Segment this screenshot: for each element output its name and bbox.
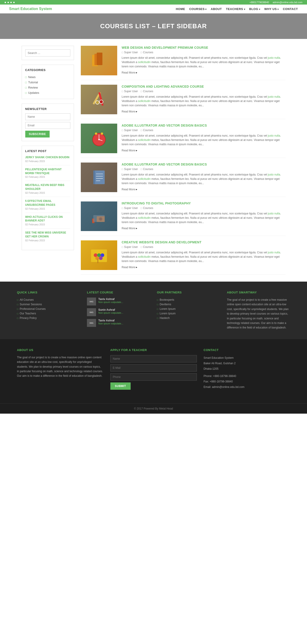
- footer-course-author-3: Taniv Ashraf: [98, 319, 123, 322]
- quick-link-5[interactable]: Privacy Policy: [17, 316, 80, 320]
- course-category-2: □ Courses: [141, 90, 153, 93]
- course-card-5: INTRODUCING TO DIGITAL PHOTOGRAPHY □ Sup…: [81, 197, 286, 236]
- subscribe-button[interactable]: SUBSCRIBE: [25, 131, 50, 138]
- category-review[interactable]: Review: [25, 85, 70, 90]
- category-updates[interactable]: Updates: [25, 90, 70, 96]
- apply-phone-input[interactable]: [110, 373, 197, 380]
- read-more-2[interactable]: Read More: [122, 110, 135, 113]
- about-us-text: The goal of our project is to create a f…: [17, 355, 104, 378]
- post-date-5: 02 February 2015: [25, 223, 45, 226]
- post-link-4[interactable]: 5 EFFECTIVE EMAIL UNSUBSCRIBE PAGES: [25, 199, 70, 207]
- nav-courses[interactable]: COURSES: [189, 7, 207, 11]
- course-desc-4: Lorem ipsum dolor sit amet, consectetur …: [122, 172, 286, 186]
- course-info-3: ADOBE ILLUSTRATOR AND VECTOR DESIGN BASI…: [122, 124, 286, 153]
- about-title: ABOUT SMARTWAY: [227, 291, 290, 294]
- categories-section: CATEGORIES News Tutorial Review Updates: [22, 65, 74, 99]
- course-thumb-6: [81, 240, 117, 270]
- course-category-4: □ Courses: [141, 168, 153, 171]
- gp-icon[interactable]: ■: [10, 1, 12, 4]
- footer-top-grid: QUICK LINKS All Courses Summer Sessions …: [17, 291, 290, 330]
- quick-link-1[interactable]: All Courses: [17, 298, 80, 302]
- svg-point-12: [101, 132, 103, 135]
- post-item-4: 5 EFFECTIVE EMAIL UNSUBSCRIBE PAGES 02 F…: [25, 199, 70, 213]
- newsletter-name-input[interactable]: [25, 113, 70, 120]
- nav-about[interactable]: ABOUT: [211, 7, 222, 11]
- quick-link-4[interactable]: Our Teachers: [17, 311, 80, 316]
- nav-home[interactable]: HOME: [176, 7, 185, 11]
- nav-blog[interactable]: BLOG: [249, 7, 260, 11]
- newsletter-email-input[interactable]: [25, 122, 70, 129]
- apply-submit-button[interactable]: SUBMIT: [110, 382, 131, 390]
- post-link-1[interactable]: JERKY SHANK CHICKEN BOUDIN: [25, 156, 70, 159]
- about-text: The goal of our project is to create a f…: [227, 298, 290, 330]
- page-title: COURSES LIST – LEFT SIDEBAR: [4, 22, 302, 30]
- course-desc-6: Lorem ipsum dolor sit amet, consectetur …: [122, 250, 286, 264]
- course-author-1: □ Super User: [122, 51, 138, 54]
- course-card-3: ADOBE ILLUSTRATOR AND VECTOR DESIGN BASI…: [81, 119, 286, 158]
- post-link-5[interactable]: WHO ACTUALLY CLICKS ON BANNER ADS?: [25, 215, 70, 223]
- footer-apply: APPLY FOR A TEACHER SUBMIT: [110, 348, 197, 390]
- course-title-3[interactable]: ADOBE ILLUSTRATOR AND VECTOR DESIGN BASI…: [122, 124, 286, 127]
- footer-course-thumb-3: IMG: [87, 319, 96, 327]
- course-thumb-3: [81, 124, 117, 153]
- svg-point-28: [95, 256, 99, 260]
- quick-link-3[interactable]: Professional Courses: [17, 307, 80, 311]
- partner-3: Lorem Ipsum: [157, 307, 220, 311]
- tw-icon[interactable]: ■: [8, 1, 9, 4]
- latest-course-title: LATEST COURSE: [87, 291, 150, 294]
- post-link-2[interactable]: PELLENTESQUE HABITANT MORBI TRISTIQUE: [25, 168, 70, 175]
- course-author-3: □ Super User: [122, 128, 138, 132]
- post-date-2: 02 February 2015: [25, 176, 45, 178]
- read-more-5[interactable]: Read More: [122, 227, 135, 230]
- categories-title: CATEGORIES: [25, 68, 70, 72]
- read-more-1[interactable]: Read More: [122, 71, 135, 74]
- category-news[interactable]: News: [25, 74, 70, 80]
- yt-icon[interactable]: ■: [13, 1, 15, 4]
- course-meta-1: □ Super User □ Courses: [122, 51, 286, 54]
- course-title-4[interactable]: ADOBE ILLUSTRATOR AND VECTOR DESIGN BASI…: [122, 162, 286, 166]
- partner-1: Bootexperts: [157, 298, 220, 302]
- quick-link-2[interactable]: Summer Sessions: [17, 302, 80, 307]
- post-item-6: SEE THE NEW MISS UNIVERSE GET HER CROWN …: [25, 231, 70, 244]
- footer-course-2: IMG Suniv Ashraf Non ipsum vulputate...: [87, 308, 150, 316]
- course-title-2[interactable]: COMPOSITION AND LIGHTING ADVANCED COURSE: [122, 85, 286, 88]
- footer-course-thumb-2: IMG: [87, 308, 96, 316]
- nav-contact[interactable]: CONTACT: [283, 7, 298, 11]
- category-tutorial[interactable]: Tutorial: [25, 80, 70, 85]
- footer-course-info-1: Taniv Ashraf Non ipsum vulputate...: [98, 298, 123, 304]
- post-item-2: PELLENTESQUE HABITANT MORBI TRISTIQUE 02…: [25, 168, 70, 181]
- read-more-6[interactable]: Read More: [122, 266, 135, 269]
- course-info-4: ADOBE ILLUSTRATOR AND VECTOR DESIGN BASI…: [122, 162, 286, 192]
- footer-course-thumb-1: IMG: [87, 298, 96, 306]
- social-icons: ■ ■ ■ ■: [4, 1, 15, 4]
- main-container: CATEGORIES News Tutorial Review Updates …: [17, 46, 290, 275]
- footer-quick-links: QUICK LINKS All Courses Summer Sessions …: [17, 291, 80, 330]
- course-info-5: INTRODUCING TO DIGITAL PHOTOGRAPHY □ Sup…: [122, 202, 286, 231]
- footer-about-us: ABOUT US The goal of our project is to c…: [17, 348, 104, 390]
- search-input[interactable]: [25, 50, 70, 56]
- partner-5: Hastech: [157, 316, 220, 320]
- course-title-1[interactable]: WEB DESIGN AND DEVELOPMENT PREMIUM COURS…: [122, 46, 286, 50]
- nav-whyus[interactable]: WHY US: [264, 7, 279, 11]
- course-meta-5: □ Super User □ Courses: [122, 206, 286, 210]
- fb-icon[interactable]: ■: [4, 1, 6, 4]
- footer-course-author-2: Suniv Ashraf: [98, 308, 123, 312]
- svg-point-29: [99, 256, 103, 260]
- footer-bottom-grid: ABOUT US The goal of our project is to c…: [17, 348, 290, 390]
- course-author-6: □ Super User: [122, 246, 138, 248]
- post-link-3[interactable]: MEATBALL KEVIN BEEF RIBS SHOULDER: [25, 183, 70, 191]
- nav-teachers[interactable]: TEACHERS: [226, 7, 245, 11]
- read-more-4[interactable]: Read More: [122, 188, 135, 191]
- post-link-6[interactable]: SEE THE NEW MISS UNIVERSE GET HER CROWN: [25, 231, 70, 238]
- course-thumb-1: [81, 46, 117, 75]
- course-category-1: □ Courses: [141, 51, 153, 54]
- newsletter-form: SUBSCRIBE: [25, 113, 70, 138]
- course-title-6[interactable]: CREATIVE WEBSITE DESIGN AND DEVELOPMENT: [122, 240, 286, 244]
- apply-email-input[interactable]: [110, 364, 197, 372]
- footer-partners: OUR PARTNERS Bootexperts DevItems Lorem …: [157, 291, 220, 330]
- apply-name-input[interactable]: [110, 355, 197, 362]
- read-more-3[interactable]: Read More: [122, 149, 135, 152]
- course-title-5[interactable]: INTRODUCING TO DIGITAL PHOTOGRAPHY: [122, 202, 286, 205]
- course-thumb-2: [81, 85, 117, 114]
- course-card-4: ADOBE ILLUSTRATOR AND VECTOR DESIGN BASI…: [81, 158, 286, 197]
